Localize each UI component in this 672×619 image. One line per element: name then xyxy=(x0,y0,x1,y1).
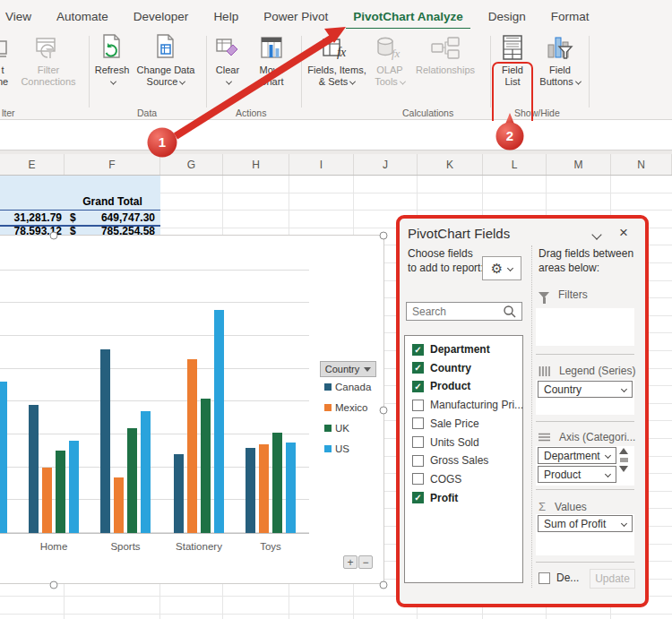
cell-f[interactable]: $649,747.30 xyxy=(65,211,160,224)
defer-checkbox[interactable] xyxy=(538,572,550,584)
cell-f-clipped[interactable]: $785,254.58 xyxy=(65,227,160,235)
tab-help[interactable]: Help xyxy=(201,6,251,27)
field-item-sale-price[interactable]: Sale Price xyxy=(412,417,479,430)
field-item-department[interactable]: ✓Department xyxy=(412,343,490,356)
tab-developer[interactable]: Developer xyxy=(121,6,202,27)
field-item-product[interactable]: ✓Product xyxy=(412,380,470,392)
expand-button[interactable]: + xyxy=(343,555,358,569)
bar-us-stationery[interactable] xyxy=(214,310,224,533)
field-item-profit[interactable]: ✓Profit xyxy=(412,492,458,504)
checked-checkbox[interactable]: ✓ xyxy=(412,492,424,503)
change-data-source-button[interactable]: Change Data Source xyxy=(136,32,195,88)
field-buttons-button[interactable]: Field Buttons xyxy=(538,32,582,88)
grand-total-cell[interactable]: Grand Total xyxy=(65,195,160,208)
move-chart-button[interactable]: Move Chart xyxy=(253,32,290,88)
bar-canada-home[interactable] xyxy=(29,405,39,533)
pivot-chart[interactable]: HomeSportsStationeryToys Country CanadaM… xyxy=(0,235,384,584)
unchecked-checkbox[interactable] xyxy=(412,400,424,411)
checked-checkbox[interactable]: ✓ xyxy=(412,381,424,392)
fields-items-sets-button[interactable]: fx Fields, Items, & Sets xyxy=(307,32,366,88)
bar-uk-toys[interactable] xyxy=(272,433,282,533)
axis-scrollbar[interactable] xyxy=(619,448,630,472)
relationships-button[interactable]: Relationships xyxy=(412,32,478,76)
cell-e[interactable]: 31,281.79 xyxy=(0,211,65,224)
field-item-cogs[interactable]: COGS xyxy=(412,473,461,486)
tab-automate[interactable]: Automate xyxy=(44,6,121,27)
refresh-button[interactable]: Refresh xyxy=(92,32,132,88)
scroll-down-icon[interactable] xyxy=(619,466,628,472)
filters-drop-zone[interactable] xyxy=(536,308,634,346)
tab-pivotchart-analyze[interactable]: PivotChart Analyze xyxy=(340,6,476,27)
selection-handle-top-right[interactable] xyxy=(380,232,388,240)
bar-uk-stationery[interactable] xyxy=(201,399,211,533)
group-separator xyxy=(301,36,302,107)
tools-button[interactable]: ⚙ xyxy=(482,256,521,280)
bar-uk-home[interactable] xyxy=(56,451,65,533)
column-header-N[interactable]: N xyxy=(611,154,672,175)
bar-us-clipped-left[interactable] xyxy=(0,382,7,533)
country-field-button[interactable]: Country xyxy=(320,361,376,377)
column-header-M[interactable]: M xyxy=(547,154,611,175)
field-item-manufacturing-pri-[interactable]: Manufacturing Pri... xyxy=(412,399,523,411)
chevron-down-icon xyxy=(507,265,513,271)
bar-mexico-toys[interactable] xyxy=(259,444,269,533)
column-header-G[interactable]: G xyxy=(160,154,223,175)
tab-format[interactable]: Format xyxy=(538,6,602,27)
column-header-J[interactable]: J xyxy=(354,154,418,175)
scroll-thumb[interactable] xyxy=(620,458,628,462)
bar-uk-sports[interactable] xyxy=(127,428,137,533)
unchecked-checkbox[interactable] xyxy=(412,436,424,448)
unchecked-checkbox[interactable] xyxy=(412,473,424,485)
tab-power-pivot[interactable]: Power Pivot xyxy=(251,6,340,27)
bar-us-sports[interactable] xyxy=(141,411,151,533)
filter-connections-button[interactable]: Filter Connections xyxy=(11,32,86,88)
defer-layout-update[interactable]: De... xyxy=(538,572,579,584)
field-item-country[interactable]: ✓Country xyxy=(412,362,471,374)
column-header-E[interactable]: E xyxy=(0,154,65,175)
update-button[interactable]: Update xyxy=(590,569,635,589)
bar-canada-stationery[interactable] xyxy=(174,454,184,533)
axis-drop-zone[interactable]: DepartmentProduct xyxy=(536,446,634,486)
formula-bar[interactable] xyxy=(0,121,672,150)
pivot-table-cells[interactable]: Grand Total 31,281.79 $649,747.30 78,593… xyxy=(0,176,160,235)
bar-mexico-sports[interactable] xyxy=(114,477,124,533)
column-header-F[interactable]: F xyxy=(65,154,160,175)
bar-canada-sports[interactable] xyxy=(100,349,110,533)
bar-mexico-home[interactable] xyxy=(42,468,52,533)
button-label: Change Data xyxy=(137,64,195,76)
column-header-K[interactable]: K xyxy=(418,154,483,175)
column-header-I[interactable]: I xyxy=(289,154,354,175)
panel-collapse-icon[interactable] xyxy=(591,229,601,239)
unchecked-checkbox[interactable] xyxy=(412,455,424,467)
olap-tools-button[interactable]: fx OLAP Tools xyxy=(371,32,409,88)
legend-drop-zone[interactable]: Country xyxy=(536,380,634,415)
selection-handle-right[interactable] xyxy=(380,407,388,415)
values-field-dropdown[interactable]: Sum of Profit xyxy=(538,515,633,532)
clear-button[interactable]: Clear xyxy=(212,32,243,88)
values-drop-zone[interactable]: Sum of Profit xyxy=(536,514,634,555)
column-header-H[interactable]: H xyxy=(223,154,289,175)
bar-us-toys[interactable] xyxy=(286,443,296,533)
scroll-up-icon[interactable] xyxy=(619,448,628,454)
search-input[interactable]: Search xyxy=(406,302,522,321)
axis-field-dropdown-product[interactable]: Product xyxy=(538,466,616,483)
bar-canada-toys[interactable] xyxy=(246,448,255,533)
selection-handle-bottom[interactable] xyxy=(50,581,58,589)
checked-checkbox[interactable]: ✓ xyxy=(412,362,424,374)
checked-checkbox[interactable]: ✓ xyxy=(412,344,424,356)
panel-close-icon[interactable]: × xyxy=(619,224,628,242)
field-item-gross-sales[interactable]: Gross Sales xyxy=(412,454,488,467)
bar-mexico-stationery[interactable] xyxy=(187,359,197,533)
unchecked-checkbox[interactable] xyxy=(412,417,424,429)
bar-us-home[interactable] xyxy=(69,441,79,533)
collapse-button[interactable]: − xyxy=(358,555,373,569)
tab-view[interactable]: View xyxy=(0,6,44,27)
field-item-units-sold[interactable]: Units Sold xyxy=(412,436,479,449)
selection-handle-top[interactable] xyxy=(50,232,58,240)
tab-design[interactable]: Design xyxy=(476,6,538,27)
axis-field-dropdown-department[interactable]: Department xyxy=(538,447,616,464)
legend-field-dropdown[interactable]: Country xyxy=(538,381,633,398)
column-header-L[interactable]: L xyxy=(483,154,547,175)
selection-handle-bottom-right[interactable] xyxy=(380,581,388,589)
insert-timeline-button-partial[interactable]: t ne xyxy=(0,32,9,88)
